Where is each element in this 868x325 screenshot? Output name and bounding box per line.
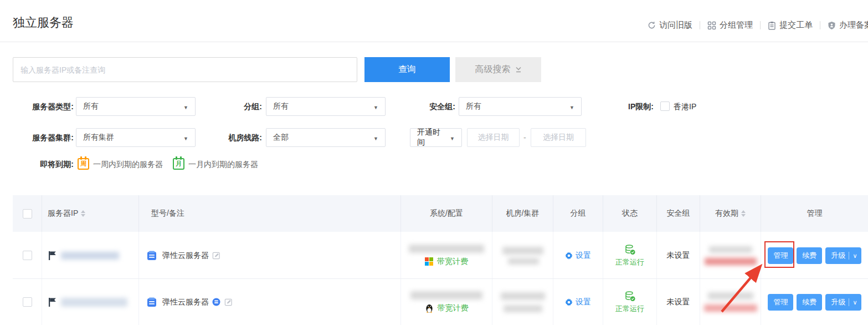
col-header-validity[interactable]: 有效期 (700, 195, 761, 232)
caret-down-icon (183, 133, 188, 142)
dedicated-server-page: 独立服务器 访问旧版 分组管理 提交工单 办理备案 (0, 0, 868, 325)
date-range-separator: - (523, 128, 526, 147)
chevron-down-icon[interactable] (852, 251, 857, 260)
renew-button[interactable]: 续费 (797, 247, 822, 264)
line-select[interactable]: 全部 (266, 128, 386, 147)
cluster-select[interactable]: 所有集群 (76, 128, 196, 147)
hk-ip-checkbox[interactable] (660, 101, 670, 111)
sort-icon[interactable] (81, 210, 85, 217)
gear-icon (565, 298, 573, 306)
server-type-select[interactable]: 所有 (76, 97, 196, 116)
blurred-cluster (508, 258, 539, 265)
edit-icon[interactable] (212, 251, 220, 260)
col-header-system-config: 系统/配置 (400, 195, 492, 232)
security-group-label: 安全组: (400, 97, 455, 116)
expire-label: 即将到期: (13, 158, 74, 170)
nav-divider (760, 21, 761, 29)
refresh-icon (648, 21, 656, 29)
upgrade-split-button[interactable]: 升级 (825, 294, 861, 311)
clipboard-icon (768, 21, 776, 30)
security-group-cell: 未设置 (656, 279, 700, 325)
system-config-cell: 带宽计费 (400, 232, 492, 279)
blurred-server-ip (61, 298, 127, 307)
blurred-open-date (709, 246, 752, 253)
manage-cell: 管理 续费 升级 (761, 279, 868, 325)
badge-icon (828, 21, 836, 30)
calendar-week-icon[interactable]: 周 (78, 158, 89, 170)
select-all-checkbox-cell (13, 195, 42, 232)
manage-button[interactable]: 管理 (768, 294, 793, 311)
flag-icon (48, 297, 57, 307)
grid-icon (707, 21, 716, 30)
date-end-input[interactable]: 选择日期 (531, 128, 586, 147)
query-button[interactable]: 查询 (364, 57, 450, 82)
calendar-month-icon[interactable]: 月 (173, 158, 184, 170)
search-input[interactable] (13, 57, 357, 82)
row-checkbox[interactable] (23, 297, 32, 307)
group-set-link[interactable]: 设置 (565, 297, 591, 307)
group-label: 分组: (212, 97, 262, 116)
blurred-datacenter (502, 247, 543, 255)
visit-old-version-link[interactable]: 访问旧版 (648, 20, 692, 31)
server-type-label: 服务器类型: (13, 97, 74, 116)
security-group-select[interactable]: 所有 (459, 97, 582, 116)
group-set-link[interactable]: 设置 (565, 251, 591, 261)
windows-icon (425, 257, 433, 266)
select-all-checkbox[interactable] (23, 209, 32, 219)
expire-month-text[interactable]: 一月内到期的服务器 (188, 158, 258, 171)
date-start-input[interactable]: 选择日期 (467, 128, 520, 147)
model-name: 弹性云服务器 (162, 251, 209, 261)
col-header-group: 分组 (553, 195, 603, 232)
sort-icon[interactable] (741, 210, 746, 217)
server-icon (146, 296, 158, 308)
status-running-icon (624, 244, 636, 256)
nav-divider (820, 21, 820, 29)
blurred-config (409, 245, 484, 253)
ip-limit-label: IP限制: (612, 97, 654, 116)
server-ip-cell (42, 232, 138, 279)
submit-ticket-link[interactable]: 提交工单 (768, 20, 813, 31)
blurred-cluster (504, 305, 542, 312)
status-cell: 正常运行 (603, 232, 656, 279)
nav-divider (700, 21, 700, 29)
model-remark-cell: 弹性云服务器 (138, 232, 400, 279)
col-header-server-ip[interactable]: 服务器IP (42, 195, 138, 232)
caret-down-icon (373, 133, 378, 142)
line-label: 机房线路: (212, 128, 262, 147)
caret-down-icon (569, 102, 574, 111)
manage-button[interactable]: 管理 (768, 247, 793, 264)
blurred-datacenter (501, 292, 545, 300)
group-cell: 设置 (553, 232, 603, 279)
advanced-search-button[interactable]: 高级搜索 (455, 57, 541, 82)
security-group-cell: 未设置 (656, 232, 700, 279)
caret-down-icon (183, 102, 188, 111)
datacenter-cell (492, 279, 553, 325)
model-remark-cell: 弹性云服务器 (138, 279, 400, 325)
hk-ip-option-label: 香港IP (674, 97, 707, 116)
col-header-status: 状态 (603, 195, 656, 232)
col-header-datacenter-cluster: 机房/集群 (492, 195, 553, 232)
caret-down-icon (373, 102, 378, 111)
page-title: 独立服务器 (13, 14, 74, 31)
renew-button[interactable]: 续费 (797, 294, 822, 311)
validity-cell (700, 232, 761, 279)
upgrade-split-button[interactable]: 升级 (825, 247, 861, 264)
group-management-link[interactable]: 分组管理 (707, 20, 753, 31)
caret-down-icon (450, 133, 455, 142)
time-type-select[interactable]: 开通时间 (410, 128, 462, 147)
flag-icon (48, 251, 57, 261)
chevron-down-icon[interactable] (852, 298, 857, 306)
blurred-open-date (708, 292, 753, 299)
status-running-icon (624, 291, 636, 302)
filing-link[interactable]: 办理备案 (828, 20, 868, 31)
edit-icon[interactable] (224, 298, 233, 306)
status-text: 正常运行 (615, 257, 644, 267)
expire-week-text[interactable]: 一周内到期的服务器 (93, 158, 163, 171)
group-select[interactable]: 所有 (266, 97, 386, 116)
billing-type: 带宽计费 (438, 303, 469, 313)
row-checkbox[interactable] (23, 251, 32, 260)
status-cell: 正常运行 (603, 279, 656, 325)
blurred-expire-date (704, 304, 757, 312)
header-divider (0, 42, 868, 42)
manage-cell: 管理 续费 升级 (761, 232, 868, 279)
